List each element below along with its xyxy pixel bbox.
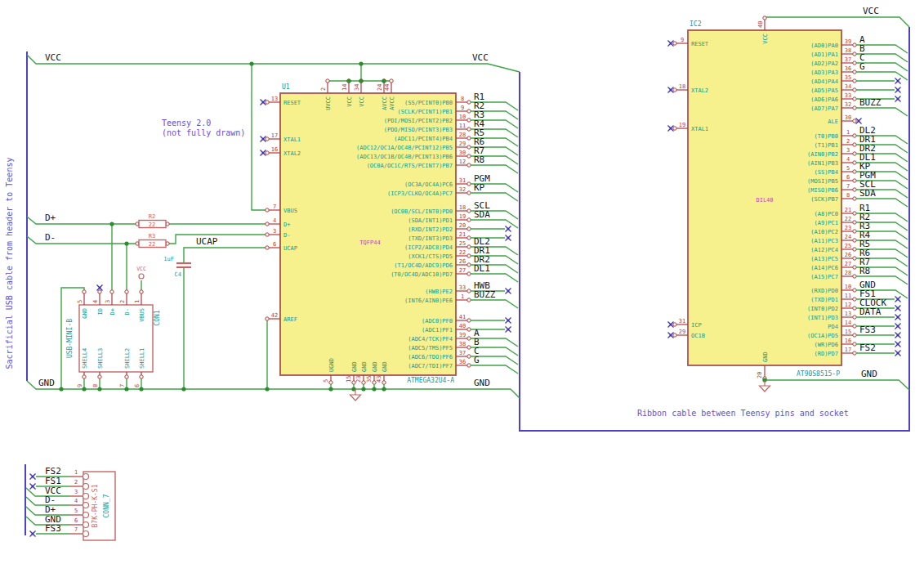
- pin-number: 29: [459, 141, 466, 147]
- pin-terminal: [467, 355, 471, 358]
- pin-name: (INT6/AIN0)PE6: [404, 298, 453, 304]
- pin-number: 41: [459, 314, 466, 320]
- net-label-vcc-left[interactable]: VCC: [45, 52, 61, 63]
- net-label-SDA[interactable]: SDA: [859, 188, 876, 199]
- pin-number: 19: [679, 122, 685, 128]
- pin-name: ICP: [691, 322, 702, 329]
- pin-terminal: [853, 97, 856, 101]
- wire-vcc-bus-entry[interactable]: [488, 64, 520, 72]
- pin-name: (AD6)PA6: [810, 96, 838, 103]
- pin-terminal: [467, 209, 471, 213]
- pin-name: (A14)PC6: [810, 265, 838, 271]
- pin-number: 30: [845, 114, 851, 121]
- wire-ucap[interactable]: [184, 248, 269, 262]
- wire-gnd-bus-entry[interactable]: [511, 389, 520, 398]
- pin-name: SHELL2: [124, 348, 131, 369]
- pin-number: 18: [679, 83, 685, 90]
- net-label-gnd-left[interactable]: GND: [38, 378, 55, 388]
- pin-name: AVCC: [389, 96, 395, 110]
- wire-dminus-left[interactable]: [27, 236, 139, 244]
- net-label-FS3[interactable]: FS3: [45, 523, 61, 534]
- net-label-BUZZ[interactable]: BUZZ: [859, 97, 882, 108]
- wire-vcc-rail[interactable]: [27, 55, 488, 64]
- pin-terminal: [853, 325, 856, 328]
- conn7-pin-ring: [83, 494, 89, 499]
- net-label-G[interactable]: G: [859, 61, 865, 72]
- pin-number: 26: [845, 252, 851, 258]
- pin-name: SHELL4: [82, 348, 88, 369]
- junction-dot: [109, 222, 114, 226]
- net-label-BUZZ[interactable]: BUZZ: [474, 289, 496, 300]
- pin-number: 6: [134, 384, 141, 387]
- net-label-gnd-right[interactable]: GND: [861, 369, 877, 379]
- junction-dot: [181, 387, 185, 391]
- pin-name: (ADC7/TDI)PF7: [408, 363, 453, 369]
- pin-number: 14: [845, 320, 851, 326]
- pin-name: (T0)PB0: [814, 133, 838, 140]
- net-label-ucap[interactable]: UCAP: [196, 236, 218, 247]
- pin-number: 5: [846, 165, 850, 172]
- pin-name: (INT0)PD2: [807, 306, 838, 312]
- net-label-dminus[interactable]: D-: [45, 232, 56, 243]
- net-wire-BUZZ[interactable]: [856, 108, 908, 116]
- net-label-vcc-mid[interactable]: VCC: [472, 52, 489, 63]
- pin-name: (OC1A)PD5: [807, 333, 838, 339]
- conn7-pin-ring: [83, 484, 89, 490]
- vcc-power-symbol-icon: [139, 274, 144, 279]
- net-label-DATA[interactable]: DATA: [859, 307, 882, 317]
- wire-dplus-left[interactable]: [27, 217, 139, 224]
- pin-terminal: [467, 298, 471, 302]
- pin-number: 26: [459, 258, 466, 265]
- net-label-gnd-mid[interactable]: GND: [474, 378, 490, 388]
- net-label-R8[interactable]: R8: [859, 266, 870, 276]
- pin-name: (A12)PC4: [810, 247, 838, 253]
- pin-name: (AIN1)PB3: [807, 160, 838, 167]
- pin-number: 24: [845, 234, 851, 240]
- pin-number: 32: [845, 101, 851, 108]
- pin-number: 39: [459, 332, 466, 338]
- wire-ic2-gnd[interactable]: [765, 380, 909, 390]
- net-label-R8[interactable]: R8: [474, 154, 484, 165]
- net-label-SDA[interactable]: SDA: [474, 209, 490, 220]
- net-label-G[interactable]: G: [474, 355, 480, 365]
- pin-name: (XCK1/CTS)PD5: [408, 253, 453, 260]
- wire-vbus[interactable]: [252, 64, 269, 210]
- pin-number: 29: [679, 329, 685, 335]
- net-wire-R8[interactable]: [471, 165, 518, 173]
- pin-name: OC1B: [691, 333, 705, 339]
- pin-name: (WR)PD6: [814, 342, 838, 348]
- pin-number: 3: [74, 489, 78, 495]
- conn7-pin-ring: [83, 513, 89, 518]
- pin-name: D+: [109, 308, 116, 315]
- pin-name: (SS/PCINT0)PB0: [404, 100, 453, 106]
- pin-name: (A13)PC5: [810, 256, 838, 262]
- net-label-KP[interactable]: KP: [474, 182, 485, 193]
- pin-terminal: [853, 52, 856, 56]
- wire-ic2-vcc[interactable]: [765, 17, 909, 27]
- pin-terminal: [853, 88, 856, 92]
- pin-number: 1: [461, 293, 464, 300]
- pin-number: 2: [119, 300, 126, 303]
- pin-number: 38: [459, 341, 466, 347]
- pin-number: 10: [459, 114, 466, 120]
- net-wire-BUZZ[interactable]: [471, 300, 518, 308]
- vcc-power-symbol-label: VCC: [136, 266, 146, 272]
- net-wire-G[interactable]: [471, 365, 518, 374]
- pin-terminal: [853, 134, 856, 137]
- note-ribbon-cable: Ribbon cable between Teensy pins and soc…: [637, 409, 849, 418]
- pin-terminal: [467, 319, 471, 322]
- net-label-DL1[interactable]: DL1: [474, 263, 490, 274]
- net-label-FS3[interactable]: FS3: [859, 325, 876, 335]
- junction-dot: [359, 78, 363, 83]
- net-label-FS2[interactable]: FS2: [859, 342, 876, 353]
- pin-number: 21: [459, 231, 466, 238]
- net-label-vcc-right[interactable]: VCC: [863, 6, 879, 16]
- pin-number: 27: [459, 267, 466, 274]
- schematic-canvas[interactable]: Sacrificial USB cable from header to Tee…: [0, 0, 924, 564]
- pin-name: SHELL3: [97, 348, 104, 369]
- resistor-r2-reference: R2: [149, 213, 155, 220]
- pin-terminal: [83, 290, 86, 293]
- net-label-dplus[interactable]: D+: [45, 213, 56, 223]
- pin-name: UGND: [328, 358, 335, 372]
- pin-terminal: [467, 128, 471, 131]
